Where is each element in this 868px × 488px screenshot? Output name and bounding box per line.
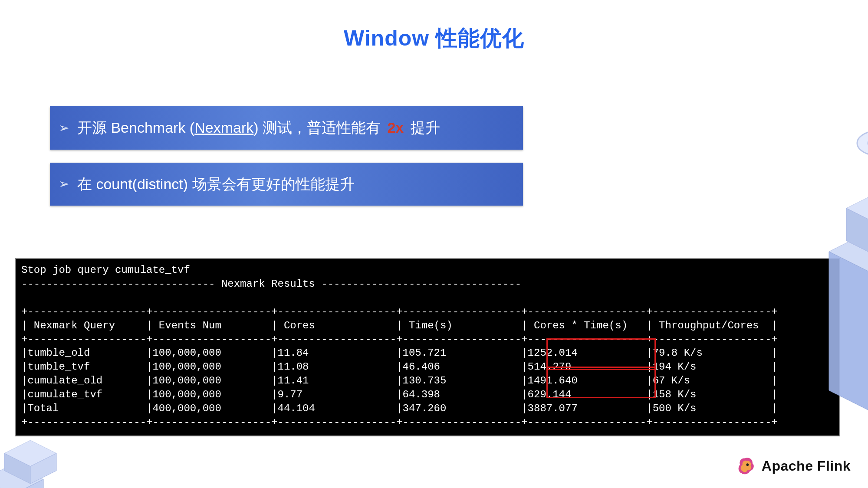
bullet1-highlight: 2x (387, 119, 404, 136)
bullet-1-text: 开源 Benchmark (Nexmark) 测试，普适性能有 2x 提升 (77, 118, 440, 138)
brand-name: Apache Flink (762, 458, 851, 474)
term-sep: +-------------------+-------------------… (21, 416, 778, 428)
slide-title: Window 性能优化 (0, 0, 868, 53)
svg-marker-9 (829, 252, 868, 416)
highlight-box-2 (546, 367, 656, 398)
term-line: ------------------------------- Nexmark … (21, 278, 521, 290)
term-data-rows: |tumble_old |100,000,000 |11.84 |105.721… (21, 347, 778, 414)
bullet-arrow-icon: ➢ (59, 119, 69, 137)
terminal-output: Stop job query cumulate_tvf ------------… (15, 258, 840, 436)
bullet-1: ➢ 开源 Benchmark (Nexmark) 测试，普适性能有 2x 提升 (50, 106, 523, 150)
svg-point-6 (857, 130, 868, 156)
term-sep: +-------------------+-------------------… (21, 306, 778, 318)
bullet-2-text: 在 count(distinct) 场景会有更好的性能提升 (77, 174, 355, 195)
highlight-box-1 (546, 338, 656, 370)
footer-logo: Apache Flink (736, 456, 851, 476)
svg-point-14 (746, 463, 749, 466)
nexmark-link[interactable]: Nexmark (194, 119, 253, 136)
term-header-row: | Nexmark Query | Events Num | Cores | T… (21, 320, 778, 331)
bullet-arrow-icon: ➢ (59, 175, 69, 193)
decorative-graphic-right (790, 113, 868, 416)
bullet1-post: 提升 (406, 119, 440, 136)
flink-logo-icon (736, 456, 756, 476)
bullet-list: ➢ 开源 Benchmark (Nexmark) 测试，普适性能有 2x 提升 … (50, 106, 523, 219)
term-sep: +-------------------+-------------------… (21, 334, 778, 345)
decorative-graphic-left (0, 427, 78, 488)
bullet1-mid: ) 测试，普适性能有 (253, 119, 385, 136)
slide: Window 性能优化 ➢ 开源 Benchmark (Nexmark) 测试，… (0, 0, 868, 488)
bullet-2: ➢ 在 count(distinct) 场景会有更好的性能提升 (50, 163, 523, 206)
term-line: Stop job query cumulate_tvf (21, 264, 190, 276)
terminal-pre: Stop job query cumulate_tvf ------------… (21, 263, 834, 429)
bullet1-pre: 开源 Benchmark ( (77, 119, 194, 136)
